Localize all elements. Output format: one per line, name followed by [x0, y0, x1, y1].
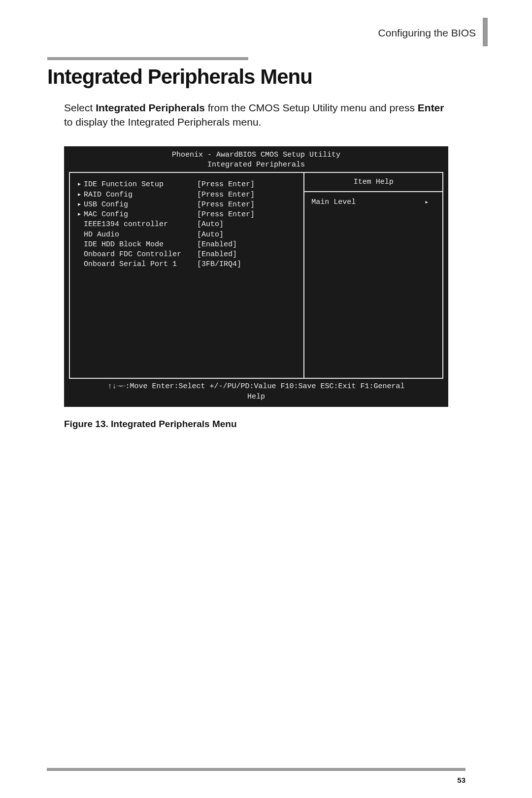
caret-icon	[75, 230, 84, 240]
item-value: [Press Enter]	[197, 210, 255, 220]
menu-item[interactable]: ▸MAC Config[Press Enter]	[75, 210, 299, 220]
bios-right-panel: Item Help Main Level ▸	[304, 173, 442, 378]
bios-footer: ↑↓→←:Move Enter:Select +/-/PU/PD:Value F…	[64, 379, 448, 402]
item-label: IEEE1394 controller	[84, 220, 197, 230]
item-label: Onboard FDC Controller	[84, 250, 197, 260]
item-label: IDE HDD Block Mode	[84, 240, 197, 250]
intro-paragraph: Select Integrated Peripherals from the C…	[64, 100, 448, 130]
item-value: [Press Enter]	[197, 180, 255, 190]
item-value: [3FB/IRQ4]	[197, 260, 241, 269]
chapter-title: Configuring the BIOS	[378, 27, 483, 39]
header-accent-bar	[483, 18, 488, 46]
caret-icon: ▸	[75, 180, 84, 190]
help-header: Item Help	[304, 173, 442, 192]
page-number: 53	[457, 776, 466, 784]
help-body: Main Level ▸	[304, 192, 442, 212]
menu-item[interactable]: HD Audio[Auto]	[75, 230, 299, 240]
caret-icon	[75, 240, 84, 250]
footer-rule	[47, 768, 466, 771]
footer-line1: ↑↓→←:Move Enter:Select +/-/PU/PD:Value F…	[69, 382, 443, 392]
main-section: Integrated Peripherals Menu Select Integ…	[47, 57, 466, 430]
item-value: [Auto]	[197, 220, 224, 230]
menu-item[interactable]: IEEE1394 controller[Auto]	[75, 220, 299, 230]
intro-pre: Select	[64, 102, 96, 113]
bios-screenshot: Phoenix - AwardBIOS CMOS Setup Utility I…	[64, 146, 448, 407]
item-label: USB Config	[84, 200, 197, 210]
item-value: [Press Enter]	[197, 200, 255, 210]
caret-icon	[75, 260, 84, 269]
caret-icon	[75, 250, 84, 260]
caret-right-icon: ▸	[425, 198, 435, 206]
bios-title-line1: Phoenix - AwardBIOS CMOS Setup Utility	[64, 150, 448, 160]
menu-item[interactable]: IDE HDD Block Mode[Enabled]	[75, 240, 299, 250]
bios-frame: ▸IDE Function Setup[Press Enter] ▸RAID C…	[69, 172, 443, 379]
caret-icon: ▸	[75, 200, 84, 210]
item-value: [Press Enter]	[197, 190, 255, 200]
caret-icon: ▸	[75, 210, 84, 220]
section-rule	[47, 57, 248, 60]
item-value: [Auto]	[197, 230, 224, 240]
item-value: [Enabled]	[197, 240, 237, 250]
intro-bold-2: Enter	[418, 102, 444, 113]
bios-title-line2: Integrated Peripherals	[64, 160, 448, 170]
menu-item[interactable]: Onboard FDC Controller[Enabled]	[75, 250, 299, 260]
menu-item[interactable]: ▸RAID Config[Press Enter]	[75, 190, 299, 200]
item-value: [Enabled]	[197, 250, 237, 260]
main-level-label: Main Level	[311, 198, 356, 206]
caret-icon	[75, 220, 84, 230]
page-footer: 53	[47, 768, 466, 771]
intro-bold-1: Integrated Peripherals	[96, 102, 205, 113]
item-label: Onboard Serial Port 1	[84, 260, 197, 269]
intro-mid: from the CMOS Setup Utility menu and pre…	[205, 102, 418, 113]
menu-item[interactable]: Onboard Serial Port 1[3FB/IRQ4]	[75, 260, 299, 269]
item-label: RAID Config	[84, 190, 197, 200]
page-header: Configuring the BIOS	[378, 20, 488, 46]
item-label: IDE Function Setup	[84, 180, 197, 190]
footer-line2: Help	[69, 392, 443, 402]
figure-caption: Figure 13. Integrated Peripherals Menu	[64, 419, 466, 430]
bios-title: Phoenix - AwardBIOS CMOS Setup Utility I…	[64, 149, 448, 172]
item-label: MAC Config	[84, 210, 197, 220]
intro-post: to display the Integrated Peripherals me…	[64, 116, 261, 128]
menu-item[interactable]: ▸IDE Function Setup[Press Enter]	[75, 180, 299, 190]
item-label: HD Audio	[84, 230, 197, 240]
menu-item[interactable]: ▸USB Config[Press Enter]	[75, 200, 299, 210]
caret-icon: ▸	[75, 190, 84, 200]
section-title: Integrated Peripherals Menu	[47, 65, 466, 89]
bios-left-panel: ▸IDE Function Setup[Press Enter] ▸RAID C…	[70, 173, 304, 378]
